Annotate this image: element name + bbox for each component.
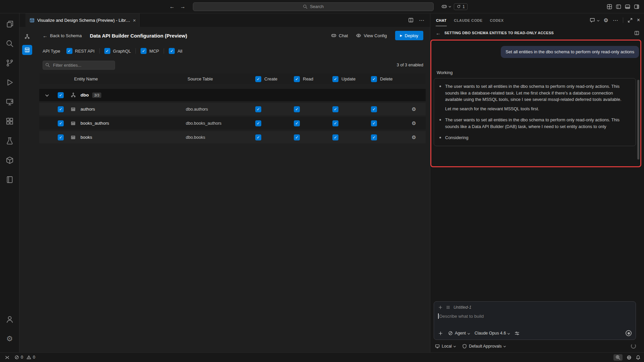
collapse-chevron-icon[interactable] [45, 93, 49, 97]
update-all-checkbox[interactable] [332, 76, 338, 82]
database-projects-icon[interactable] [2, 152, 18, 168]
zoom-in-button[interactable] [613, 354, 623, 361]
filter-row: 3 of 3 enabled [39, 58, 426, 72]
update-checkbox[interactable] [332, 120, 338, 126]
tab-claude-code[interactable]: CLAUDE CODE [453, 14, 483, 26]
close-panel-icon[interactable] [637, 17, 640, 23]
editor-tab[interactable]: Visualize and Design Schema (Preview) - … [25, 13, 140, 27]
nav-back-icon[interactable] [169, 4, 175, 10]
environment-picker[interactable]: Local [435, 344, 455, 349]
search-sidebar-icon[interactable] [2, 36, 18, 52]
problems-indicator[interactable]: 0 0 [14, 355, 35, 360]
mcp-checkbox[interactable] [141, 48, 147, 54]
explorer-icon[interactable] [2, 16, 18, 32]
all-label: All [177, 49, 182, 54]
source-control-icon[interactable] [2, 55, 18, 71]
open-session-editor-icon[interactable] [634, 31, 639, 36]
delete-checkbox[interactable] [371, 120, 377, 126]
group-checkbox[interactable] [58, 92, 64, 98]
new-chat-icon[interactable] [590, 17, 595, 23]
toggle-sidebar-left-icon[interactable] [616, 4, 621, 9]
delete-all-checkbox[interactable] [371, 76, 377, 82]
account-icon[interactable] [2, 311, 18, 327]
row-settings-gear-icon[interactable] [412, 120, 416, 126]
session-back-icon[interactable] [436, 30, 441, 36]
remote-indicator-icon[interactable] [5, 355, 10, 360]
table-row[interactable]: books dbo.books [39, 131, 426, 143]
table-row[interactable]: books_authors dbo.books_authors [39, 117, 426, 129]
row-settings-gear-icon[interactable] [412, 106, 416, 112]
scrollbar[interactable] [637, 80, 639, 160]
approvals-picker[interactable]: Default Approvals [462, 344, 505, 349]
delete-checkbox[interactable] [371, 106, 377, 112]
nav-forward-icon[interactable] [180, 4, 185, 10]
chat-button[interactable]: Chat [331, 33, 348, 38]
chevron-down-icon[interactable] [597, 19, 599, 21]
toggle-panel-bottom-icon[interactable] [625, 4, 630, 9]
row-checkbox[interactable] [58, 120, 64, 126]
read-checkbox[interactable] [294, 120, 300, 126]
filter-entities-input[interactable] [43, 61, 115, 70]
environment-label: Local [442, 344, 452, 349]
schema-group-row[interactable]: dbo 3/3 [39, 89, 426, 101]
add-context-icon[interactable] [438, 305, 443, 310]
api-type-all: All [169, 48, 182, 54]
chat-input-box[interactable]: Untitled-1 Describe what to build Agent [434, 301, 636, 340]
command-center-search[interactable]: Search [193, 2, 434, 11]
row-checkbox[interactable] [58, 106, 64, 112]
language-globe-icon[interactable] [627, 355, 632, 360]
read-all-checkbox[interactable] [294, 76, 300, 82]
tools-sliders-icon[interactable] [515, 331, 520, 336]
create-checkbox[interactable] [255, 120, 261, 126]
table-row[interactable]: authors dbo.authors [39, 103, 426, 115]
back-to-schema-button[interactable]: Back to Schema [43, 33, 82, 39]
tab-close-icon[interactable] [133, 17, 136, 23]
update-checkbox[interactable] [332, 134, 338, 140]
split-editor-icon[interactable] [408, 17, 414, 23]
settings-gear-icon[interactable] [2, 331, 18, 347]
test-beaker-icon[interactable] [2, 133, 18, 149]
view-config-button[interactable]: View Config [356, 33, 387, 38]
update-checkbox[interactable] [332, 106, 338, 112]
maximize-panel-icon[interactable] [628, 18, 633, 23]
extensions-icon[interactable] [2, 113, 18, 129]
notebook-icon[interactable] [2, 172, 18, 188]
copilot-menu-button[interactable] [441, 4, 450, 9]
create-checkbox[interactable] [255, 134, 261, 140]
chat-settings-gear-icon[interactable] [603, 17, 608, 23]
graphql-label: GraphQL [113, 49, 131, 54]
schema-diagram-view-icon[interactable] [22, 32, 32, 42]
rest-api-checkbox[interactable] [66, 48, 72, 54]
toggle-sidebar-right-icon[interactable] [634, 4, 639, 9]
api-builder-view-icon[interactable] [22, 45, 32, 55]
attached-file-chip[interactable]: Untitled-1 [453, 305, 472, 310]
graphql-checkbox[interactable] [104, 48, 110, 54]
chat-input-placeholder[interactable]: Describe what to build [439, 314, 484, 319]
model-label: Claude Opus 4.6 [475, 331, 506, 336]
send-button[interactable] [626, 330, 632, 336]
delete-checkbox[interactable] [371, 134, 377, 140]
view-config-label: View Config [364, 33, 387, 38]
mode-picker[interactable]: Agent [448, 331, 470, 336]
layout-grid-icon[interactable] [607, 4, 612, 9]
tab-codex[interactable]: CODEX [489, 14, 504, 26]
deploy-button[interactable]: Deploy [395, 31, 423, 40]
create-all-checkbox[interactable] [255, 76, 261, 82]
row-checkbox[interactable] [58, 134, 64, 140]
model-picker[interactable]: Claude Opus 4.6 [475, 331, 510, 336]
row-settings-gear-icon[interactable] [412, 134, 416, 140]
editor-more-actions-icon[interactable] [419, 17, 425, 23]
read-checkbox[interactable] [294, 134, 300, 140]
read-checkbox[interactable] [294, 106, 300, 112]
run-debug-icon[interactable] [2, 74, 18, 90]
sync-status-button[interactable]: 1 [454, 3, 468, 10]
remote-explorer-disconnected-icon[interactable] [2, 94, 18, 110]
source-table: dbo.authors [185, 107, 248, 112]
chat-more-actions-icon[interactable] [613, 17, 619, 23]
bell-icon[interactable] [636, 355, 641, 360]
deploy-label: Deploy [405, 33, 418, 38]
create-checkbox[interactable] [255, 106, 261, 112]
attach-plus-icon[interactable] [438, 331, 443, 336]
tab-chat[interactable]: CHAT [436, 14, 447, 26]
all-checkbox[interactable] [169, 48, 175, 54]
